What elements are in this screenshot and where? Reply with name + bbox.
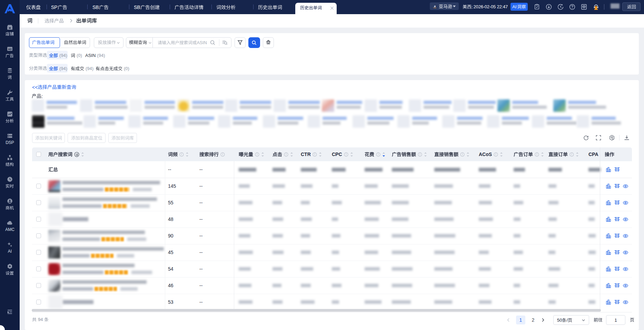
svg-text:a: a — [434, 4, 436, 8]
svg-text:AD: AD — [8, 48, 12, 51]
